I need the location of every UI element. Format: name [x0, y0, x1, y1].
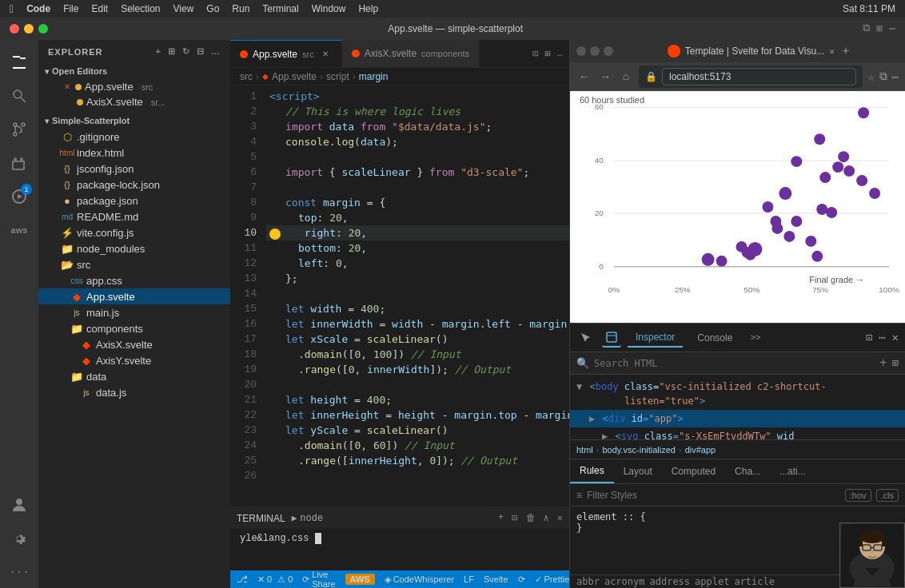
minimize-window-button[interactable] — [24, 24, 34, 34]
tab-axisx-svelte[interactable]: AxisX.svelte components — [342, 40, 480, 67]
layout-tab[interactable]: Layout — [614, 459, 662, 483]
folder-data[interactable]: 📁 data — [38, 368, 230, 384]
bc-div-app[interactable]: div#app — [685, 445, 716, 455]
more-files-icon[interactable]: … — [211, 46, 221, 57]
file-vite-config[interactable]: ⚡ vite.config.js — [38, 224, 230, 240]
code-content[interactable]: <script> // This is where logic lives im… — [266, 85, 569, 507]
search-html-input[interactable] — [594, 358, 875, 369]
html-svg-line[interactable]: ▶ <svg class="s-XsEmFtvddWTw" wid height… — [570, 427, 905, 439]
folder-src[interactable]: 📂 src — [38, 256, 230, 272]
menu-run[interactable]: Run — [232, 3, 249, 14]
more-actions-icon[interactable]: ⋯ — [889, 22, 895, 35]
split-right-icon[interactable]: ⊡ — [532, 48, 538, 60]
close-terminal-icon[interactable]: ✕ — [557, 512, 563, 524]
file-main-js[interactable]: js main.js — [38, 304, 230, 320]
menu-terminal[interactable]: Terminal — [262, 3, 298, 14]
terminal-content[interactable]: yle&lang.css — [230, 530, 569, 570]
add-terminal-icon[interactable]: + — [498, 512, 504, 524]
menu-window[interactable]: Window — [312, 3, 346, 14]
bookmark-icon[interactable]: ☆ — [867, 70, 874, 84]
extensions-icon[interactable] — [3, 147, 35, 179]
menu-selection[interactable]: Selection — [121, 3, 160, 14]
more-tab-actions-icon[interactable]: … — [557, 48, 563, 59]
terminal-tab-label[interactable]: TERMINAL — [237, 513, 285, 524]
html-div-app-line[interactable]: ▶ <div id="app"> — [570, 410, 905, 427]
new-folder-icon[interactable]: ⊞ — [168, 46, 176, 57]
open-editor-app-svelte[interactable]: ✕ App.svelte src — [38, 79, 230, 94]
file-app-css[interactable]: css app.css — [38, 272, 230, 288]
editor-layout-icon[interactable]: ⊞ — [876, 22, 883, 35]
close-file-icon[interactable]: ✕ — [64, 82, 70, 91]
browser-more-icon[interactable]: ⋯ — [892, 70, 899, 84]
filter-nodes-icon[interactable]: ⊞ — [892, 356, 899, 370]
file-jsconfig[interactable]: {} jsconfig.json — [38, 161, 230, 177]
trash-terminal-icon[interactable]: 🗑 — [526, 512, 536, 524]
menu-file[interactable]: File — [63, 3, 78, 14]
accounts-icon[interactable] — [3, 489, 35, 521]
inspector-picker-icon[interactable] — [576, 328, 596, 348]
back-button[interactable]: ← — [576, 70, 592, 83]
new-file-icon[interactable]: + — [156, 46, 161, 57]
browser-close-button[interactable] — [576, 46, 586, 56]
folder-components[interactable]: 📁 components — [38, 320, 230, 336]
project-section[interactable]: ▾ Simple-Scatterplot — [38, 113, 230, 129]
file-axisx-svelte[interactable]: ◆ AxisX.svelte — [38, 336, 230, 352]
html-body-line[interactable]: ▼ <body class="vsc-initialized c2-shortc… — [570, 378, 905, 410]
lf-status[interactable]: LF — [464, 574, 474, 584]
console-tab-label[interactable]: Console — [689, 329, 740, 347]
close-devtools-icon[interactable]: ✕ — [892, 331, 899, 344]
browser-maximize-button[interactable] — [604, 46, 613, 56]
settings-icon[interactable] — [3, 522, 35, 554]
file-package-lock[interactable]: {} package-lock.json — [38, 177, 230, 193]
error-count[interactable]: ✕ 0 ⚠ 0 — [257, 574, 293, 585]
breadcrumb-script[interactable]: script — [326, 71, 349, 82]
devtools-overflow-icon[interactable]: ⋯ — [879, 331, 885, 344]
split-terminal-icon[interactable]: ⊡ — [512, 512, 517, 524]
debug-icon[interactable] — [3, 181, 35, 213]
cls-button[interactable]: .cls — [876, 489, 899, 502]
rules-tab[interactable]: Rules — [570, 459, 614, 483]
browser-minimize-button[interactable] — [590, 46, 600, 56]
filter-styles-input[interactable] — [587, 490, 840, 501]
url-bar[interactable]: localhost:5173 — [662, 68, 856, 85]
bc-html[interactable]: html — [576, 445, 593, 455]
add-node-icon[interactable]: + — [879, 356, 887, 371]
file-gitignore[interactable]: ⬡ .gitignore — [38, 129, 230, 145]
codewhisperer-status[interactable]: ◈ CodeWhisperer — [385, 574, 454, 585]
menu-code[interactable]: Code — [26, 3, 50, 14]
menu-view[interactable]: View — [173, 3, 194, 14]
breadcrumb-src[interactable]: src — [240, 71, 253, 82]
computed-tab[interactable]: Computed — [662, 459, 725, 483]
live-share-button[interactable]: ⟳ Live Share — [302, 570, 335, 588]
file-data-js[interactable]: js data.js — [38, 384, 230, 400]
prettier-status[interactable]: ✓ Prettier — [535, 574, 569, 585]
forward-button[interactable]: → — [597, 70, 613, 83]
responsive-design-icon[interactable]: ⊡ — [866, 331, 872, 344]
menu-edit[interactable]: Edit — [91, 3, 108, 14]
tab-app-svelte-close[interactable]: ✕ — [319, 48, 332, 61]
collapse-all-icon[interactable]: ⊟ — [197, 46, 205, 57]
tab-app-svelte[interactable]: App.svelte src ✕ — [230, 40, 342, 67]
refresh-icon[interactable]: ↻ — [182, 46, 190, 57]
breadcrumb-margin[interactable]: margin — [359, 71, 389, 82]
new-tab-icon[interactable]: + — [843, 45, 849, 58]
breadcrumb-app-svelte[interactable]: App.svelte — [272, 71, 317, 82]
folder-node-modules[interactable]: 📁 node_modules — [38, 240, 230, 256]
file-axisy-svelte[interactable]: ◆ AxisY.svelte — [38, 352, 230, 368]
close-window-button[interactable] — [10, 24, 19, 34]
bc-body[interactable]: body.vsc-initialized — [602, 445, 676, 455]
animation-tab[interactable]: ...ati... — [770, 459, 815, 483]
file-package-json[interactable]: ● package.json — [38, 193, 230, 209]
source-control-icon[interactable] — [3, 113, 35, 145]
unknown-icon[interactable]: ··· — [3, 556, 35, 588]
svg-arrow[interactable]: ▶ — [602, 431, 608, 439]
extensions-btn[interactable]: ⧉ — [879, 70, 887, 83]
aws-status[interactable]: AWS — [345, 574, 375, 585]
svelte-status[interactable]: Svelte — [484, 574, 508, 584]
hov-button[interactable]: :hov — [845, 489, 871, 502]
inspector-tab[interactable] — [602, 328, 621, 348]
file-app-svelte[interactable]: ◆ App.svelte — [38, 288, 230, 304]
menu-help[interactable]: Help — [358, 3, 378, 14]
home-button[interactable]: ⌂ — [618, 70, 634, 83]
file-index-html[interactable]: html index.html — [38, 145, 230, 161]
